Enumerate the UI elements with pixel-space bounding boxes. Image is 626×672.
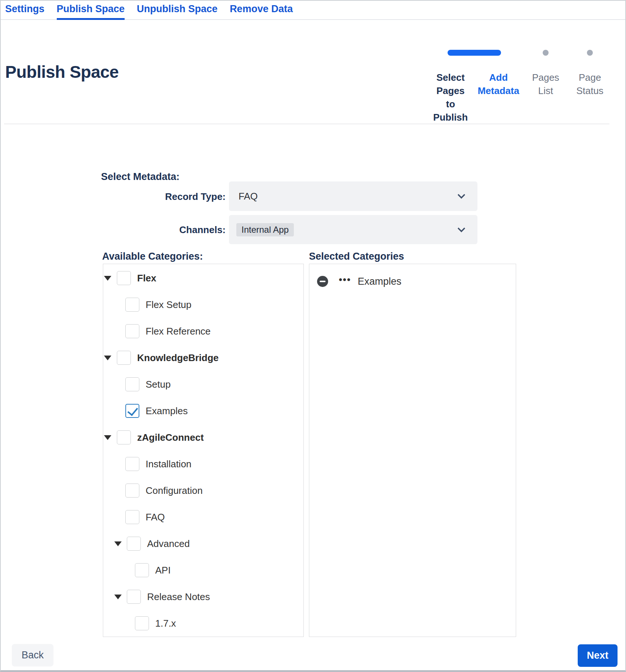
- checkbox-zagileconnect[interactable]: [117, 430, 131, 444]
- record-type-select[interactable]: FAQ: [229, 181, 477, 211]
- tab-remove-data[interactable]: Remove Data: [230, 1, 293, 20]
- tree-item-1-7-x: 1.7.x: [103, 610, 303, 637]
- step-page-status: Page Status: [571, 71, 608, 97]
- tab-settings[interactable]: Settings: [5, 1, 45, 20]
- category-label: Flex Reference: [146, 326, 211, 337]
- checkbox-flex[interactable]: [117, 271, 131, 285]
- step-dot-page-status: [587, 50, 593, 56]
- tree-item-installation: Installation: [103, 451, 303, 477]
- tree-item-examples: Examples: [103, 398, 303, 424]
- checkbox-flex-reference[interactable]: [125, 324, 139, 338]
- selected-category-label: Examples: [358, 276, 401, 287]
- tree-item-api: API: [103, 557, 303, 583]
- category-label: Release Notes: [147, 591, 210, 603]
- checkbox-configuration[interactable]: [125, 484, 139, 498]
- category-label: Advanced: [147, 538, 190, 550]
- tab-unpublish-space[interactable]: Unpublish Space: [137, 1, 218, 20]
- header-divider: [4, 124, 609, 124]
- selected-item-examples: •••Examples: [309, 270, 516, 293]
- remove-minus-icon[interactable]: [317, 276, 328, 287]
- page-title: Publish Space: [5, 61, 119, 83]
- available-categories-tree: FlexFlex SetupFlex ReferenceKnowledgeBri…: [103, 264, 303, 637]
- tree-item-flex: Flex: [103, 265, 303, 291]
- collapse-triangle-icon[interactable]: [114, 541, 122, 546]
- step-select-pages-to-publish: Select Pages to Publish: [432, 71, 469, 124]
- category-label: FAQ: [146, 512, 165, 523]
- selected-categories-list: •••Examples: [309, 264, 516, 293]
- tab-publish-space[interactable]: Publish Space: [57, 1, 125, 20]
- checkbox-knowledgebridge[interactable]: [117, 351, 131, 365]
- checkbox-faq[interactable]: [125, 510, 139, 524]
- tree-item-advanced: Advanced: [103, 530, 303, 557]
- checkbox-api[interactable]: [135, 563, 149, 577]
- checkbox-1-7-x[interactable]: [135, 616, 149, 630]
- tree-item-knowledgebridge: KnowledgeBridge: [103, 344, 303, 371]
- tree-item-setup: Setup: [103, 371, 303, 398]
- step-add-metadata: Add Metadata: [474, 71, 522, 97]
- chevron-down-icon: [458, 191, 465, 199]
- collapse-triangle-icon[interactable]: [104, 356, 111, 360]
- tree-item-flex-setup: Flex Setup: [103, 291, 303, 318]
- step-pages-list: Pages List: [529, 71, 562, 97]
- record-type-value: FAQ: [239, 191, 258, 202]
- checkbox-setup[interactable]: [125, 377, 139, 391]
- step-dot-pages-list: [543, 50, 549, 56]
- channels-label: Channels:: [115, 224, 226, 236]
- available-categories-label: Available Categories:: [102, 251, 203, 262]
- category-label: zAgileConnect: [137, 432, 204, 443]
- category-label: Installation: [146, 458, 191, 470]
- category-label: API: [155, 565, 171, 576]
- checkbox-advanced[interactable]: [127, 537, 141, 551]
- selected-categories-panel: •••Examples: [309, 264, 516, 637]
- select-metadata-label: Select Metadata:: [101, 171, 180, 183]
- category-label: Flex Setup: [146, 299, 191, 311]
- chevron-down-icon: [458, 224, 465, 232]
- tree-item-flex-reference: Flex Reference: [103, 318, 303, 344]
- checkbox-installation[interactable]: [125, 457, 139, 471]
- category-label: Configuration: [146, 485, 203, 496]
- category-label: KnowledgeBridge: [137, 352, 219, 364]
- category-label: 1.7.x: [155, 618, 176, 629]
- category-label: Setup: [146, 379, 171, 390]
- checkbox-flex-setup[interactable]: [125, 298, 139, 312]
- path-ellipsis-icon: •••: [339, 276, 351, 283]
- record-type-label: Record Type:: [115, 191, 226, 202]
- publish-space-page: Settings Publish Space Unpublish Space R…: [0, 0, 626, 672]
- tab-bar: Settings Publish Space Unpublish Space R…: [1, 1, 625, 20]
- collapse-triangle-icon[interactable]: [104, 276, 111, 281]
- category-label: Examples: [146, 405, 188, 417]
- tree-item-faq: FAQ: [103, 504, 303, 530]
- category-label: Flex: [137, 273, 156, 284]
- checkbox-examples[interactable]: [125, 404, 139, 418]
- channel-chip-internal-app: Internal App: [236, 223, 294, 236]
- channels-select[interactable]: Internal App: [229, 215, 477, 244]
- available-categories-panel: FlexFlex SetupFlex ReferenceKnowledgeBri…: [103, 264, 304, 637]
- back-button[interactable]: Back: [12, 644, 53, 666]
- tree-item-configuration: Configuration: [103, 477, 303, 504]
- collapse-triangle-icon[interactable]: [114, 595, 122, 599]
- tree-item-zagileconnect: zAgileConnect: [103, 424, 303, 451]
- progress-pill: [448, 50, 501, 56]
- collapse-triangle-icon[interactable]: [104, 435, 111, 440]
- selected-categories-label: Selected Categories: [309, 251, 404, 262]
- checkbox-release-notes[interactable]: [127, 590, 141, 604]
- next-button[interactable]: Next: [578, 644, 618, 667]
- tree-item-release-notes: Release Notes: [103, 583, 303, 610]
